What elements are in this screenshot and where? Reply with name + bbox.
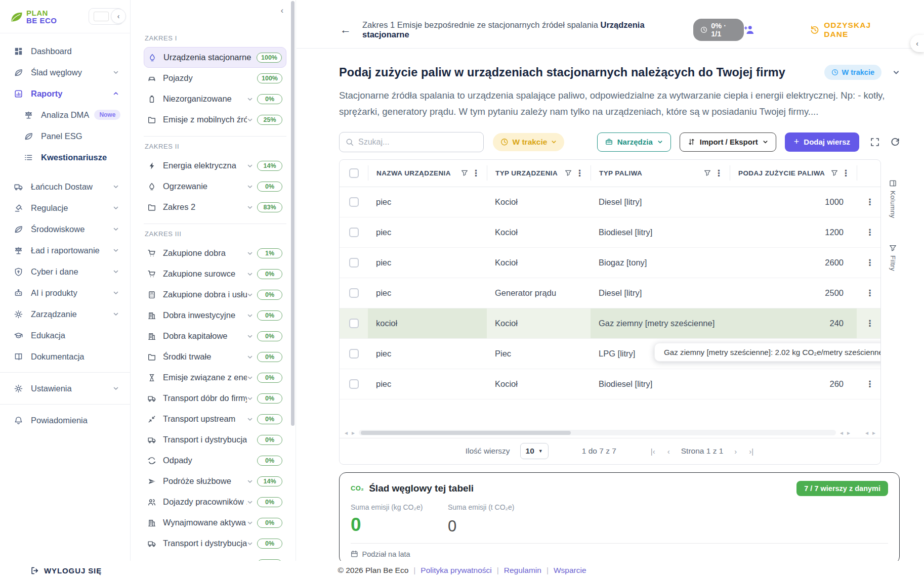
row-checkbox[interactable] [349, 379, 359, 389]
cell-typ-paliwa[interactable]: Biogaz [tony] [591, 248, 730, 278]
scroll-right-icon[interactable]: ▸ [352, 429, 355, 436]
scope-item[interactable]: Dojazdy pracowników ...0% [144, 492, 286, 512]
next-page-icon[interactable]: › [733, 447, 738, 456]
fullscreen-icon[interactable] [870, 138, 879, 147]
scope-item[interactable]: Transport i dystrybucja0% [144, 429, 286, 450]
cell-typ-paliwa[interactable]: Diesel [litry] [591, 187, 730, 217]
cell-nazwa[interactable]: piec [368, 278, 487, 308]
row-menu-icon[interactable]: ⋮ [864, 379, 876, 389]
column-menu-icon[interactable]: ⋮ [713, 168, 725, 179]
scope-item[interactable]: Pojazdy100% [144, 68, 286, 88]
sidebar-item-14[interactable]: Dokumentacja [0, 346, 130, 367]
scope-item[interactable]: Energia elektryczna14% [144, 155, 286, 176]
cell-typ-paliwa[interactable]: Diesel [litry] [591, 278, 730, 308]
select-all-checkbox[interactable] [349, 168, 359, 178]
row-checkbox[interactable] [349, 228, 359, 237]
rows-per-page-select[interactable]: 10▼ [520, 443, 549, 459]
sidebar-item-5[interactable]: Kwestionariusze [0, 147, 130, 168]
recover-data-button[interactable]: ODZYSKAJ DANE [810, 21, 895, 39]
scope-item[interactable]: Wynajmowane aktywa ...0% [144, 512, 286, 533]
sidebar-item-3[interactable]: Analiza DMANowe [0, 104, 130, 125]
filter-icon[interactable] [704, 169, 711, 176]
sidebar-item-6[interactable]: Łańcuch Dostaw [0, 176, 130, 197]
column-menu-icon[interactable]: ⋮ [470, 168, 482, 179]
add-person-icon[interactable] [744, 24, 754, 35]
cell-nazwa[interactable]: piec [368, 248, 487, 278]
refresh-icon[interactable] [891, 138, 900, 147]
cell-nazwa[interactable]: piec [368, 369, 487, 399]
scope-item[interactable]: Urządzenia stacjonarne100% [144, 47, 286, 68]
cell-typ-urzadzenia[interactable]: Kocioł [487, 248, 591, 278]
cell-zuzycie[interactable]: 1000 [730, 187, 857, 217]
status-filter-dropdown[interactable]: W trakcie [493, 133, 564, 151]
column-menu-icon[interactable]: ⋮ [840, 168, 852, 179]
cell-nazwa[interactable]: piec [368, 339, 487, 369]
row-menu-icon[interactable]: ⋮ [864, 318, 876, 329]
filter-icon[interactable] [565, 169, 572, 176]
tools-button[interactable]: Narzędzia [597, 132, 671, 152]
scope-item[interactable]: Środki trwałe0% [144, 346, 286, 367]
filter-icon[interactable] [831, 169, 838, 176]
row-checkbox[interactable] [349, 197, 359, 207]
scope-item[interactable]: Podróże służbowe14% [144, 471, 286, 492]
scroll-left-icon[interactable]: ◂ [345, 429, 348, 436]
sidebar-item-8[interactable]: Środowiskowe [0, 218, 130, 240]
sidebar-item-11[interactable]: AI i produkty [0, 282, 130, 303]
scope-item[interactable]: Dobra inwestycyjne0% [144, 305, 286, 326]
row-menu-icon[interactable]: ⋮ [864, 257, 876, 268]
row-checkbox[interactable] [349, 258, 359, 267]
cell-zuzycie[interactable]: 2500 [730, 278, 857, 308]
row-checkbox[interactable] [349, 349, 359, 359]
cell-nazwa[interactable]: kocioł [368, 308, 487, 338]
logout-button[interactable]: WYLOGUJ SIĘ [30, 566, 102, 575]
sidebar-item-7[interactable]: Regulacje [0, 197, 130, 218]
scope-item[interactable]: Transport dóbr do firmy0% [144, 388, 286, 409]
sidebar-item-10[interactable]: Cyber i dane [0, 261, 130, 282]
sidebar-collapse-button[interactable]: ‹ [111, 9, 126, 24]
sidebar-item-9[interactable]: Ład i raportowanie [0, 240, 130, 261]
scope-item[interactable]: Niezorganizowane0% [144, 88, 286, 109]
last-page-icon[interactable]: ›| [748, 447, 754, 456]
scope-item[interactable]: Odpady0% [144, 450, 286, 471]
sidebar-item-settings[interactable]: Ustawienia [0, 378, 130, 399]
row-checkbox[interactable] [349, 288, 359, 298]
import-export-button[interactable]: Import / Eksport [680, 132, 776, 152]
cell-zuzycie[interactable]: 2600 [730, 248, 857, 278]
cell-zuzycie[interactable]: 260 [730, 369, 857, 399]
sidebar-item-12[interactable]: Zarządzanie [0, 303, 130, 325]
scope-scrollbar[interactable] [291, 1, 295, 426]
sidebar-item-4[interactable]: Panel ESG [0, 125, 130, 147]
scope-item[interactable]: Dobra kapitałowe0% [144, 326, 286, 346]
scope-item[interactable]: Zakupione surowce0% [144, 263, 286, 284]
scope-item[interactable]: Transport upstream0% [144, 409, 286, 429]
scope-item[interactable]: Emisje z mobilnych źró...25% [144, 109, 286, 130]
scroll-left-icon[interactable]: ◂ [840, 429, 843, 436]
cell-zuzycie[interactable]: 1200 [730, 217, 857, 247]
scope-sidebar-collapse-button[interactable]: ‹ [281, 6, 283, 15]
scroll-right-icon[interactable]: ▸ [847, 429, 850, 436]
prev-page-icon[interactable]: ‹ [666, 447, 671, 456]
cell-typ-urzadzenia[interactable]: Kocioł [487, 369, 591, 399]
scope-item[interactable]: Zakupione dobra1% [144, 243, 286, 263]
support-link[interactable]: Wsparcie [554, 566, 586, 575]
cell-typ-paliwa[interactable]: Biodiesel [litry] [591, 217, 730, 247]
scope-item[interactable]: Transport i dystrybucja ...0% [144, 533, 286, 554]
first-page-icon[interactable]: |‹ [650, 447, 656, 456]
filter-icon[interactable] [461, 169, 468, 176]
cell-typ-urzadzenia[interactable]: Generator prądu [487, 278, 591, 308]
column-menu-icon[interactable]: ⋮ [574, 168, 585, 179]
scroll-right-icon[interactable]: ▸ [872, 429, 875, 436]
search-input[interactable] [358, 138, 477, 147]
scope-item[interactable]: Transport downstream0% [144, 554, 286, 561]
filters-panel-toggle[interactable]: Filtry [889, 244, 897, 271]
cell-typ-urzadzenia[interactable]: Kocioł [487, 217, 591, 247]
right-panel-handle[interactable]: ‹ [910, 35, 924, 52]
row-menu-icon[interactable]: ⋮ [864, 288, 876, 298]
scope-item[interactable]: Zakres 283% [144, 197, 286, 217]
collapse-question-chevron[interactable] [893, 69, 900, 76]
row-menu-icon[interactable]: ⋮ [864, 197, 876, 207]
cell-zuzycie[interactable]: 240 [730, 308, 857, 338]
scroll-left-icon[interactable]: ◂ [865, 429, 868, 436]
sidebar-item-1[interactable]: Ślad węglowy [0, 62, 130, 83]
hscroll-thumb[interactable] [361, 431, 571, 435]
